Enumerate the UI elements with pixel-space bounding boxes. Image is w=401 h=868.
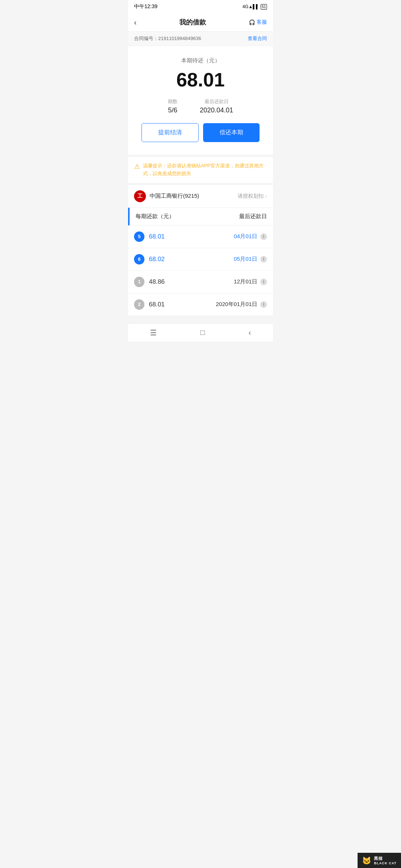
bank-icon: 工: [134, 190, 146, 202]
due-date-item: 最后还款日 2020.04.01: [200, 98, 233, 114]
table-row: 5 68.01 04月01日 ℹ: [128, 226, 273, 248]
contract-number: 合同编号：2191101994849636: [134, 35, 201, 42]
due-date-value: 2020.04.01: [200, 106, 233, 114]
info-icon-6[interactable]: ℹ: [260, 256, 267, 263]
row-date-5: 04月01日: [234, 233, 257, 240]
warning-icon: ⚠: [134, 162, 140, 171]
battery-icon: 51: [261, 4, 267, 10]
row-left: 5 68.01: [134, 231, 165, 242]
bank-left: 工 中国工商银行(9215): [134, 190, 199, 202]
bank-section[interactable]: 工 中国工商银行(9215) 请授权划扣 ›: [128, 185, 273, 208]
row-date-2: 2020年01月01日: [216, 301, 257, 308]
period-item: 期数 5/6: [168, 98, 177, 114]
due-date-label: 最后还款日: [200, 98, 233, 105]
home-icon[interactable]: □: [200, 328, 205, 337]
row-date-1: 12月01日: [234, 278, 257, 285]
bank-right: 请授权划扣 ›: [238, 193, 267, 200]
row-left: 1 48.86: [134, 277, 165, 287]
table-header-date: 最后还款日: [239, 213, 267, 220]
period-value: 5/6: [168, 106, 177, 114]
table-header: 每期还款（元） 最后还款日: [128, 208, 273, 226]
status-time: 中午12:39: [134, 3, 157, 10]
period-badge-6: 6: [134, 254, 144, 264]
repay-now-button[interactable]: 偿还本期: [203, 123, 260, 142]
row-amount-1: 48.86: [149, 278, 165, 286]
early-repay-button[interactable]: 提前结清: [141, 123, 199, 142]
amount-label: 本期待还（元）: [136, 57, 265, 64]
nav-bar: ‹ 我的借款 🎧 客服: [128, 13, 273, 32]
period-badge-1: 1: [134, 277, 144, 287]
table-row: 6 68.02 05月01日 ℹ: [128, 248, 273, 271]
repayment-table: 每期还款（元） 最后还款日 5 68.01 04月01日 ℹ 6 68.02 0…: [128, 208, 273, 316]
row-date-6: 05月01日: [234, 256, 257, 263]
table-row: 1 48.86 12月01日 ℹ: [128, 271, 273, 293]
warning-notice: ⚠ 温馨提示：还款请认准钱站APP官方渠道，勿通过其他方式，以免造成您的损失: [128, 155, 273, 185]
bottom-nav: ☰ □ ‹: [128, 323, 273, 342]
row-amount-6: 68.02: [149, 256, 165, 263]
table-row: 2 68.01 2020年01月01日 ℹ: [128, 293, 273, 316]
page-title: 我的借款: [179, 18, 206, 27]
headset-icon: 🎧: [249, 19, 255, 25]
row-amount-2: 68.01: [149, 301, 165, 308]
back-nav-icon[interactable]: ‹: [248, 328, 251, 337]
auth-label: 请授权划扣: [238, 193, 264, 200]
row-right: 05月01日 ℹ: [234, 256, 267, 263]
amount-value: 68.01: [136, 69, 265, 91]
info-icon-1[interactable]: ℹ: [260, 279, 267, 285]
row-right: 12月01日 ℹ: [234, 278, 267, 285]
view-contract-link[interactable]: 查看合同: [248, 35, 267, 42]
status-icons: 4G▲▌▌ 51: [242, 4, 267, 10]
warning-text: 温馨提示：还款请认准钱站APP官方渠道，勿通过其他方式，以免造成您的损失: [143, 162, 267, 178]
bank-name: 中国工商银行(9215): [150, 193, 199, 200]
back-button[interactable]: ‹: [134, 18, 137, 27]
info-icon-2[interactable]: ℹ: [260, 301, 267, 308]
action-buttons: 提前结清 偿还本期: [136, 123, 265, 142]
menu-icon[interactable]: ☰: [150, 328, 157, 337]
signal-icon: 4G▲▌▌: [242, 4, 259, 9]
customer-service-button[interactable]: 🎧 客服: [249, 19, 267, 26]
chevron-right-icon: ›: [265, 193, 267, 200]
row-right: 2020年01月01日 ℹ: [216, 301, 267, 308]
period-label: 期数: [168, 98, 177, 105]
amount-section: 本期待还（元） 68.01 期数 5/6 最后还款日 2020.04.01 提前…: [128, 46, 273, 155]
row-left: 6 68.02: [134, 254, 165, 264]
period-badge-5: 5: [134, 231, 144, 242]
info-icon-5[interactable]: ℹ: [260, 233, 267, 240]
status-bar: 中午12:39 4G▲▌▌ 51: [128, 0, 273, 13]
row-left: 2 68.01: [134, 299, 165, 310]
period-badge-2: 2: [134, 299, 144, 310]
contract-bar: 合同编号：2191101994849636 查看合同: [128, 32, 273, 46]
row-amount-5: 68.01: [149, 233, 165, 240]
table-header-amount: 每期还款（元）: [136, 213, 175, 220]
row-right: 04月01日 ℹ: [234, 233, 267, 240]
period-info: 期数 5/6 最后还款日 2020.04.01: [136, 98, 265, 114]
